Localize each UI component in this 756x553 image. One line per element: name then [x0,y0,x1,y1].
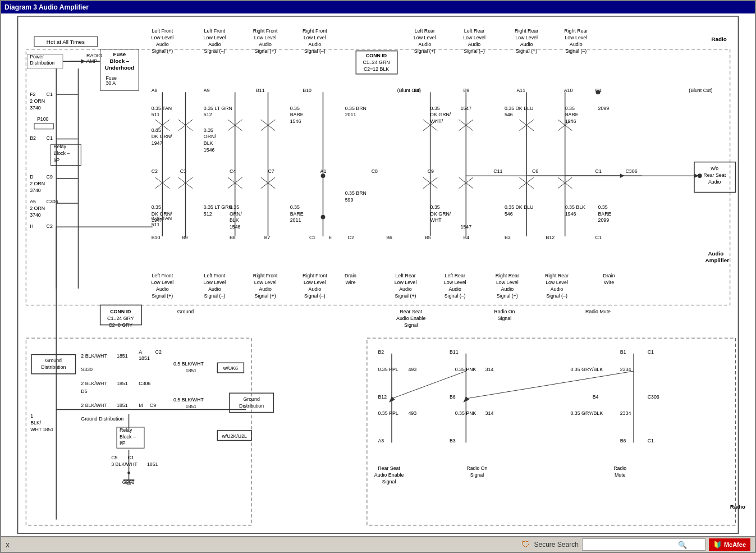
svg-text:1851: 1851 [117,353,128,359]
svg-text:2099: 2099 [598,106,610,111]
svg-text:0.35 DK BLU: 0.35 DK BLU [505,204,533,210]
svg-text:2334: 2334 [620,410,631,416]
status-right: 🛡 Secure Search 🔍 🔰 McAfee [521,538,750,551]
svg-text:Signal (–): Signal (–) [565,48,587,54]
svg-text:Left Rear: Left Rear [395,273,415,278]
svg-text:Audio: Audio [309,286,322,292]
svg-text:Audio: Audio [708,179,721,185]
svg-text:Left Front: Left Front [204,28,226,34]
svg-text:512: 512 [204,211,212,217]
svg-text:2 ORN: 2 ORN [30,98,45,104]
svg-text:Signal (+): Signal (+) [516,48,537,54]
svg-text:Right Front: Right Front [303,28,327,34]
svg-text:0.35: 0.35 [204,127,213,133]
svg-text:Signal (+): Signal (+) [395,293,416,299]
svg-text:2011: 2011 [345,112,356,117]
svg-text:Audio: Audio [259,42,272,47]
svg-text:B3: B3 [450,438,456,444]
svg-text:C9: C9 [150,403,156,408]
svg-text:0.35 BRN: 0.35 BRN [345,190,366,196]
svg-text:WHT: WHT [430,217,442,223]
svg-text:Right Front: Right Front [253,273,278,278]
svg-text:512: 512 [204,112,212,117]
secure-search-input-area[interactable]: 🔍 [582,538,705,551]
svg-text:C6: C6 [532,168,538,174]
mcafee-label: McAfee [724,541,746,548]
svg-text:Distribution: Distribution [30,60,54,66]
svg-text:F2: F2 [30,92,35,97]
svg-text:Low Level: Low Level [463,35,485,40]
svg-text:Rear Seat: Rear Seat [400,309,422,314]
svg-text:Signal (–): Signal (–) [546,293,567,299]
svg-text:Mute: Mute [615,472,626,478]
svg-text:Distribution: Distribution [239,403,264,409]
svg-text:w/o: w/o [710,166,718,171]
svg-text:Audio: Audio [520,42,533,47]
svg-text:Right Rear: Right Rear [545,273,569,278]
svg-text:1546: 1546 [204,147,215,153]
svg-text:D: D [30,174,33,180]
svg-text:(Blunt Cut): (Blunt Cut) [689,88,712,93]
svg-text:A3: A3 [378,438,384,444]
svg-text:B6: B6 [620,438,626,444]
svg-text:C1: C1 [47,92,53,97]
svg-text:0.35 TAN: 0.35 TAN [152,106,172,111]
svg-text:BLK/: BLK/ [30,420,42,426]
svg-text:2 BLK/WHT: 2 BLK/WHT [81,403,107,408]
search-input[interactable] [586,541,676,548]
svg-text:B4: B4 [593,394,599,400]
svg-text:C1: C1 [595,168,602,174]
svg-text:1851: 1851 [186,368,197,373]
svg-text:Amplifier: Amplifier [705,257,730,263]
svg-text:1851: 1851 [43,427,54,432]
svg-point-327 [321,173,326,178]
svg-text:Signal (–): Signal (–) [445,293,466,299]
svg-text:Hot at All Times: Hot at All Times [47,39,85,45]
svg-text:Signal (+): Signal (+) [152,293,173,299]
svg-text:Relay: Relay [120,427,132,433]
svg-text:Signal (+): Signal (+) [497,293,518,299]
svg-text:1851: 1851 [147,461,158,467]
svg-text:Radio On: Radio On [466,465,487,471]
diagram-container: Hot at All Times Power Distribution RADI… [1,13,755,536]
svg-text:2 BLK/WHT: 2 BLK/WHT [81,353,107,359]
svg-text:Low Level: Low Level [515,35,538,40]
search-icon[interactable]: 🔍 [678,541,687,549]
svg-text:1947: 1947 [152,217,163,223]
svg-point-367 [698,173,702,178]
svg-text:BLK: BLK [230,217,239,223]
svg-text:0.35: 0.35 [430,204,440,210]
svg-text:Low Level: Low Level [444,280,466,285]
svg-text:0.35 GRY/BLK: 0.35 GRY/BLK [571,410,603,416]
svg-text:Left Front: Left Front [152,273,173,278]
svg-text:Block –: Block – [109,58,129,64]
svg-text:DK GRN/: DK GRN/ [152,134,172,139]
svg-text:WHT: WHT [30,427,42,432]
secure-search-label: Secure Search [534,541,578,549]
svg-text:C2: C2 [47,223,53,229]
svg-text:Signal: Signal [470,472,484,478]
svg-text:Audio: Audio [501,286,514,292]
svg-text:1851: 1851 [117,381,128,386]
svg-text:0.35 GRY/BLK: 0.35 GRY/BLK [571,367,603,372]
svg-text:Signal (–): Signal (–) [204,293,226,299]
svg-text:Ground Distribution: Ground Distribution [81,416,123,422]
svg-text:Low Level: Low Level [151,35,173,40]
svg-text:Left Rear: Left Rear [445,273,465,278]
svg-text:Low Level: Low Level [151,280,173,285]
close-button[interactable]: x [6,540,10,549]
svg-text:Left Rear: Left Rear [464,28,484,34]
svg-text:599: 599 [345,197,354,203]
svg-text:C2=8 GRY: C2=8 GRY [109,322,133,328]
svg-text:C8: C8 [372,168,378,174]
mcafee-button[interactable]: 🔰 McAfee [709,538,750,551]
svg-point-328 [321,215,326,220]
svg-text:I/P: I/P [120,440,126,446]
svg-text:B12: B12 [546,235,555,240]
svg-text:3740: 3740 [30,212,41,218]
svg-text:Signal (+): Signal (+) [255,48,276,54]
svg-text:B11: B11 [256,88,265,93]
svg-text:C5: C5 [111,455,117,460]
svg-text:Signal (–): Signal (–) [304,48,326,54]
svg-text:Rear Seat: Rear Seat [378,465,400,471]
